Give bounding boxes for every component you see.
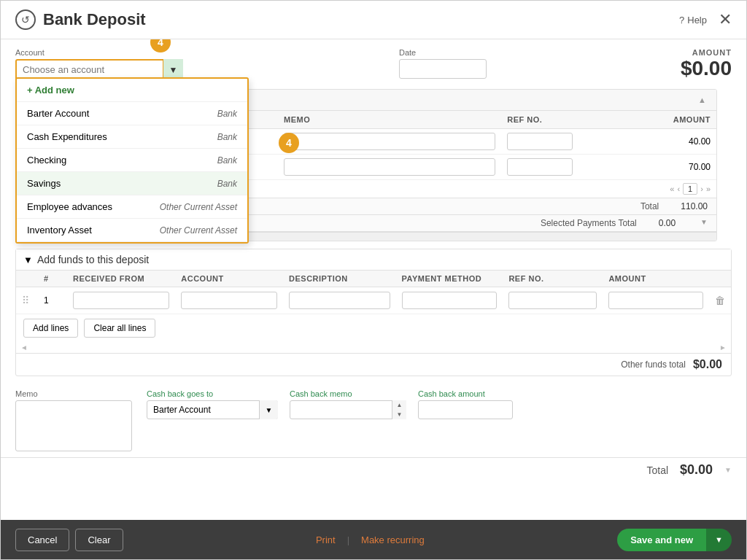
close-button[interactable]: ✕ bbox=[719, 12, 732, 28]
modal-footer: Cancel Clear Print | Make recurring Save… bbox=[1, 520, 746, 559]
dropdown-item-barter[interactable]: Barter Account Bank bbox=[17, 102, 247, 125]
step-badge-2: 4 bbox=[279, 133, 299, 153]
add-lines-button[interactable]: Add lines bbox=[23, 319, 78, 338]
selected-payments-dropdown[interactable]: ▼ bbox=[700, 218, 708, 228]
funds-scroll-row: ◄ ► bbox=[16, 342, 731, 354]
col-received-from: RECEIVED FROM bbox=[67, 271, 175, 287]
bottom-scroll-down-icon[interactable]: ▼ bbox=[724, 466, 732, 474]
scroll-right-icon[interactable]: ► bbox=[719, 343, 727, 351]
row-ref bbox=[501, 129, 632, 155]
bottom-total-label: Total bbox=[646, 464, 668, 476]
save-and-new-button[interactable]: Save and new bbox=[617, 529, 706, 551]
funds-ref-input[interactable] bbox=[508, 292, 597, 309]
add-new-label: + Add new bbox=[27, 85, 74, 96]
cash-back-amount-label: Cash back amount bbox=[418, 389, 513, 398]
row-memo bbox=[278, 129, 501, 155]
col-account: ACCOUNT bbox=[175, 271, 283, 287]
dropdown-item-type: Bank bbox=[217, 132, 237, 142]
col-num: # bbox=[38, 271, 67, 287]
received-from-input[interactable] bbox=[73, 292, 169, 309]
make-recurring-button[interactable]: Make recurring bbox=[361, 534, 425, 545]
funds-payment-method-input[interactable] bbox=[402, 292, 498, 309]
dropdown-item-emp-advances[interactable]: Employee advances Other Current Asset bbox=[17, 195, 247, 219]
col-ref-no: REF NO. bbox=[501, 111, 632, 129]
dropdown-item-type: Other Current Asset bbox=[160, 202, 237, 212]
date-input[interactable] bbox=[399, 59, 487, 79]
add-funds-chevron-icon[interactable]: ▼ bbox=[23, 254, 33, 265]
add-new-item[interactable]: + Add new bbox=[17, 79, 247, 102]
add-funds-title-bar: ▼ Add funds to this deposit bbox=[16, 249, 731, 270]
memo-input[interactable] bbox=[284, 158, 495, 176]
funds-table-row: ⠿ 1 🗑 bbox=[16, 287, 731, 314]
account-cell bbox=[175, 287, 283, 314]
account-cell-input[interactable] bbox=[181, 292, 277, 309]
ref-input[interactable] bbox=[507, 133, 573, 150]
memo-input[interactable] bbox=[284, 133, 495, 150]
amount-label: AMOUNT bbox=[681, 48, 732, 57]
account-field: Account ▼ bbox=[15, 48, 183, 80]
total-value: 110.00 bbox=[681, 201, 708, 211]
page-first[interactable]: « bbox=[670, 184, 674, 193]
amount-display: AMOUNT $0.00 bbox=[681, 48, 732, 80]
help-label: Help bbox=[687, 15, 707, 26]
page-last[interactable]: » bbox=[706, 184, 711, 193]
ref-input[interactable] bbox=[507, 158, 573, 176]
amount-cell bbox=[603, 287, 709, 314]
cash-back-amount-input[interactable] bbox=[418, 400, 513, 419]
funds-amount-input[interactable] bbox=[608, 292, 703, 309]
col-payment-method: PAYMENT METHOD bbox=[396, 271, 503, 287]
header-right: ? Help ✕ bbox=[679, 12, 732, 28]
clear-lines-button[interactable]: Clear all lines bbox=[84, 319, 155, 338]
cash-back-select[interactable]: Barter Account bbox=[147, 400, 278, 419]
description-input[interactable] bbox=[289, 292, 390, 309]
scroll-left-icon[interactable]: ◄ bbox=[20, 343, 28, 351]
modal-body: 4 Account ▼ Date AMOUNT $0.00 + Add n bbox=[1, 39, 746, 520]
footer-right: Save and new ▼ bbox=[617, 529, 732, 551]
drag-cell: ⠿ bbox=[16, 287, 38, 314]
dropdown-item-name: Inventory Asset bbox=[27, 225, 92, 236]
dropdown-item-name: Cash Expenditures bbox=[27, 131, 107, 142]
spinner-up-icon[interactable]: ▲ bbox=[392, 400, 406, 410]
save-and-new-dropdown-button[interactable]: ▼ bbox=[706, 529, 732, 551]
add-funds-section: ▼ Add funds to this deposit # RECEIVED F… bbox=[15, 249, 732, 376]
cash-back-goes-to-field: Cash back goes to Barter Account ▼ bbox=[147, 389, 278, 419]
amount-value: $0.00 bbox=[681, 57, 732, 80]
other-funds-label: Other funds total bbox=[621, 359, 686, 370]
dropdown-item-inventory[interactable]: Inventory Asset Other Current Asset bbox=[17, 219, 247, 242]
bottom-total-value: $0.00 bbox=[680, 462, 713, 478]
cash-back-memo-input[interactable] bbox=[290, 400, 406, 419]
dropdown-item-checking[interactable]: Checking Bank bbox=[17, 149, 247, 172]
cancel-button[interactable]: Cancel bbox=[15, 529, 69, 551]
footer-left: Cancel Clear bbox=[15, 529, 123, 551]
header-left: ↺ Bank Deposit bbox=[15, 9, 146, 30]
dropdown-item-cash-exp[interactable]: Cash Expenditures Bank bbox=[17, 125, 247, 149]
memo-textarea[interactable] bbox=[15, 400, 132, 451]
date-label: Date bbox=[399, 48, 487, 57]
col-ref-no: REF NO. bbox=[503, 271, 603, 287]
help-button[interactable]: ? Help bbox=[679, 15, 707, 26]
bottom-total-row: Total $0.00 ▼ bbox=[1, 457, 746, 482]
bank-deposit-modal: ↺ Bank Deposit ? Help ✕ 4 Account ▼ bbox=[0, 0, 747, 560]
cash-back-goes-to-label: Cash back goes to bbox=[147, 389, 278, 398]
total-label: Total bbox=[640, 201, 659, 211]
payment-method-cell bbox=[396, 287, 503, 314]
drag-handle-icon[interactable]: ⠿ bbox=[22, 295, 29, 306]
page-number: 1 bbox=[683, 183, 697, 195]
deposit-scroll-up[interactable]: ▲ bbox=[695, 94, 709, 106]
spinner-down-icon[interactable]: ▼ bbox=[392, 410, 406, 419]
page-title: Bank Deposit bbox=[43, 10, 146, 29]
dropdown-item-savings[interactable]: Savings Bank bbox=[17, 172, 247, 195]
page-next[interactable]: › bbox=[700, 184, 703, 193]
memo-label: Memo bbox=[15, 389, 132, 398]
col-drag bbox=[16, 271, 38, 287]
page-prev[interactable]: ‹ bbox=[677, 184, 680, 193]
footer-divider: | bbox=[347, 534, 349, 545]
cash-back-memo-spinner: ▲ ▼ bbox=[392, 400, 406, 419]
delete-row-icon[interactable]: 🗑 bbox=[715, 295, 725, 306]
clear-button[interactable]: Clear bbox=[75, 529, 123, 551]
delete-cell: 🗑 bbox=[709, 287, 731, 314]
dropdown-item-type: Bank bbox=[217, 155, 237, 166]
other-funds-value: $0.00 bbox=[693, 358, 722, 371]
col-description: DESCRIPTION bbox=[283, 271, 396, 287]
print-button[interactable]: Print bbox=[316, 534, 336, 545]
